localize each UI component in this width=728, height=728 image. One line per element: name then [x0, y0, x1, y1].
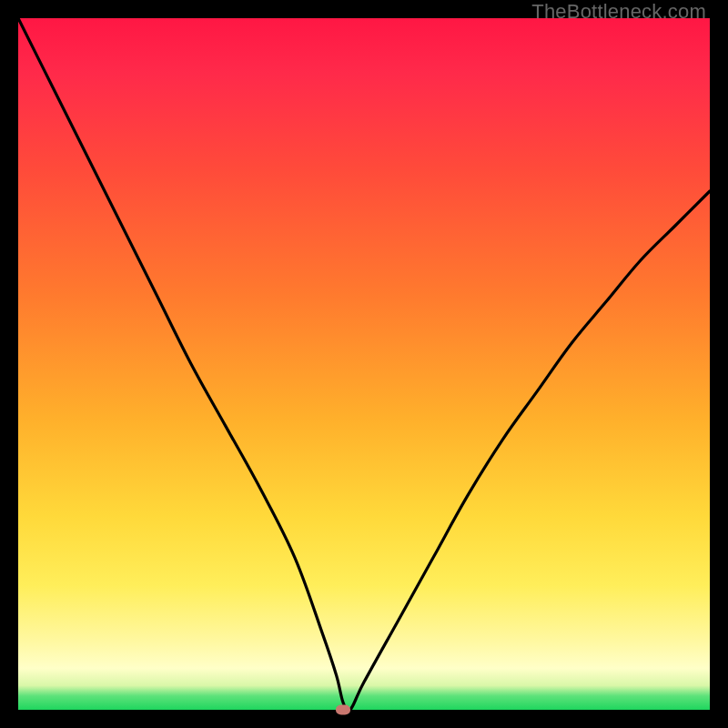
watermark-text: TheBottleneck.com: [531, 0, 706, 24]
optimal-point-marker: [336, 705, 350, 715]
chart-frame: TheBottleneck.com: [0, 0, 728, 728]
bottleneck-curve: [18, 18, 710, 710]
